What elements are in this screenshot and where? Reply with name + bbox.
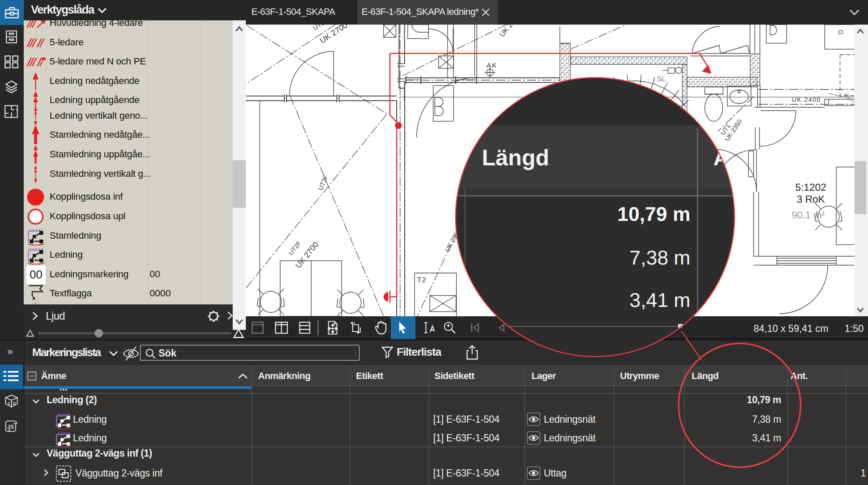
svg-text:UK 2700: UK 2700: [318, 25, 349, 45]
svg-text:5:1202: 5:1202: [795, 182, 826, 193]
svg-text:JS: JS: [7, 424, 14, 430]
svg-text:90,1 m²: 90,1 m²: [792, 209, 825, 220]
svg-text:UT2F: UT2F: [287, 240, 303, 257]
svg-text:a: a: [35, 301, 37, 304]
svg-text:3: 3: [8, 401, 10, 406]
svg-text:UK 2700: UK 2700: [498, 25, 522, 39]
svg-text:SL: SL: [657, 75, 666, 83]
svg-text:G: G: [837, 30, 844, 35]
svg-text:UK 2350: UK 2350: [444, 228, 462, 253]
svg-text:T2: T2: [417, 276, 426, 284]
svg-text:UT3F: UT3F: [317, 174, 330, 191]
svg-text:AK: AK: [487, 62, 497, 70]
svg-text:UT2F: UT2F: [312, 25, 329, 32]
svg-text:UK 2400: UK 2400: [792, 96, 821, 103]
svg-text:3 RoK: 3 RoK: [797, 194, 825, 205]
svg-text:D: D: [13, 401, 16, 406]
